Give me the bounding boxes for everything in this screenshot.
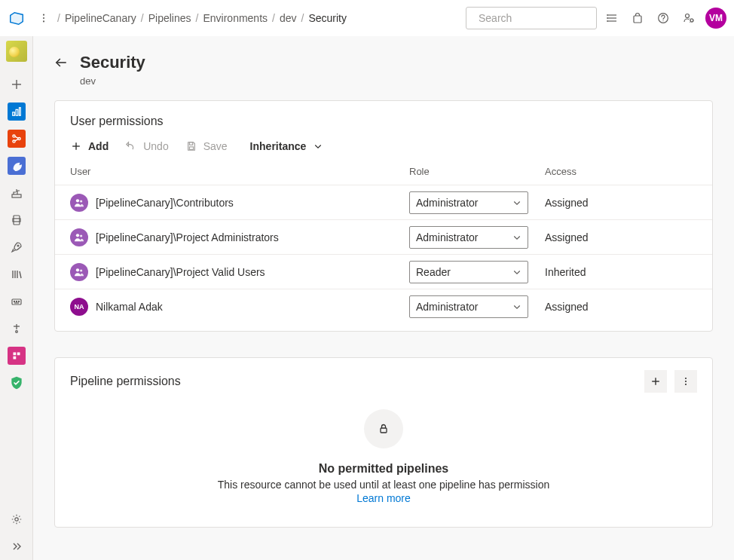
save-button: Save xyxy=(185,140,228,152)
role-select[interactable]: Administrator xyxy=(409,191,528,214)
shopping-bag-icon[interactable] xyxy=(632,12,644,24)
left-rail xyxy=(0,36,33,560)
svg-point-2 xyxy=(43,20,44,22)
crumb-security[interactable]: Security xyxy=(308,12,347,24)
more-vertical-icon xyxy=(680,376,691,387)
nav-security[interactable] xyxy=(0,369,33,396)
svg-point-14 xyxy=(686,14,690,17)
access-value: Assigned xyxy=(545,197,697,209)
svg-rect-47 xyxy=(189,142,192,145)
inheritance-dropdown[interactable]: Inheritance xyxy=(250,140,325,152)
role-value: Administrator xyxy=(416,197,478,209)
svg-line-31 xyxy=(20,271,21,278)
role-select[interactable]: Administrator xyxy=(409,226,528,249)
crumb-project[interactable]: PipelineCanary xyxy=(65,12,136,24)
azure-devops-logo[interactable] xyxy=(0,10,33,26)
add-button[interactable]: Add xyxy=(70,140,109,152)
search-input[interactable] xyxy=(477,11,612,25)
nav-add[interactable] xyxy=(0,71,33,98)
svg-point-54 xyxy=(80,269,82,271)
nav-pipelines[interactable] xyxy=(0,152,33,179)
col-role-header: Role xyxy=(409,166,545,177)
svg-rect-60 xyxy=(381,428,387,433)
role-select[interactable]: Reader xyxy=(409,261,528,283)
svg-point-35 xyxy=(18,301,19,301)
svg-point-13 xyxy=(662,20,663,21)
user-permissions-title: User permissions xyxy=(70,115,697,128)
undo-label: Undo xyxy=(143,140,168,152)
user-name: [PipelineCanary]\Project Valid Users xyxy=(96,266,265,278)
svg-rect-48 xyxy=(189,147,193,150)
plus-icon xyxy=(70,140,82,152)
user-avatar[interactable]: VM xyxy=(705,8,726,29)
role-select[interactable]: Administrator xyxy=(409,295,528,318)
lock-icon xyxy=(364,409,403,448)
nav-library[interactable] xyxy=(0,261,33,288)
svg-point-51 xyxy=(76,234,79,237)
nav-keyboard[interactable] xyxy=(0,288,33,315)
svg-point-57 xyxy=(685,378,687,379)
chevron-down-icon xyxy=(312,140,324,152)
undo-icon xyxy=(125,140,137,152)
nav-testplans[interactable] xyxy=(0,207,33,234)
svg-rect-40 xyxy=(13,353,16,356)
help-icon[interactable] xyxy=(657,12,669,24)
inheritance-label: Inheritance xyxy=(250,140,307,152)
svg-rect-19 xyxy=(16,109,18,115)
nav-tasks[interactable] xyxy=(0,315,33,342)
group-avatar-icon xyxy=(70,228,88,246)
empty-desc: This resource cannot be used until at le… xyxy=(218,479,549,491)
user-name: [PipelineCanary]\Project Administrators xyxy=(96,231,279,243)
table-row[interactable]: [PipelineCanary]\Project AdministratorsA… xyxy=(55,219,712,254)
nav-repos[interactable] xyxy=(0,125,33,152)
nav-rocket[interactable] xyxy=(0,234,33,261)
table-row[interactable]: NANilkamal AdakAdministratorAssigned xyxy=(55,289,712,323)
pipeline-permissions-card: Pipeline permissions xyxy=(54,357,713,528)
role-value: Administrator xyxy=(416,231,478,243)
nav-artifacts[interactable] xyxy=(0,179,33,207)
access-value: Assigned xyxy=(545,301,697,313)
pipeline-permissions-title: Pipeline permissions xyxy=(70,375,181,388)
svg-point-50 xyxy=(80,200,82,202)
user-avatar-icon: NA xyxy=(70,298,88,316)
list-icon[interactable] xyxy=(606,12,618,24)
svg-point-53 xyxy=(76,268,79,271)
svg-rect-25 xyxy=(14,216,20,225)
chevron-down-icon xyxy=(512,302,521,311)
save-label: Save xyxy=(203,140,228,152)
breadcrumb-sep: / xyxy=(57,12,60,24)
svg-point-0 xyxy=(43,14,44,15)
user-settings-icon[interactable] xyxy=(683,12,695,24)
crumb-dev[interactable]: dev xyxy=(280,12,297,24)
pipeline-add-button[interactable] xyxy=(644,370,667,393)
nav-boards[interactable] xyxy=(0,98,33,125)
page-subtitle: dev xyxy=(80,75,145,87)
svg-point-1 xyxy=(43,17,44,18)
chevron-down-icon xyxy=(512,198,521,207)
back-arrow-icon[interactable] xyxy=(54,56,68,69)
nav-extension[interactable] xyxy=(0,342,33,369)
pipeline-more-button[interactable] xyxy=(674,370,697,393)
svg-point-58 xyxy=(685,381,687,382)
crumb-pipelines[interactable]: Pipelines xyxy=(148,12,191,24)
more-vertical-icon[interactable] xyxy=(33,13,54,23)
group-avatar-icon xyxy=(70,263,88,281)
project-avatar[interactable] xyxy=(6,41,27,62)
svg-rect-24 xyxy=(12,194,21,197)
table-row[interactable]: [PipelineCanary]\ContributorsAdministrat… xyxy=(55,185,712,219)
nav-collapse[interactable] xyxy=(0,533,33,560)
svg-point-49 xyxy=(76,199,79,202)
search-box[interactable] xyxy=(466,7,597,29)
save-icon xyxy=(185,140,197,152)
learn-more-link[interactable]: Learn more xyxy=(356,492,411,504)
access-value: Inherited xyxy=(545,266,697,278)
table-row[interactable]: [PipelineCanary]\Project Valid UsersRead… xyxy=(55,254,712,289)
nav-settings[interactable] xyxy=(0,506,33,533)
svg-point-39 xyxy=(15,331,17,333)
svg-point-21 xyxy=(12,135,14,137)
page-title: Security xyxy=(80,53,145,72)
empty-title: No permitted pipelines xyxy=(319,462,448,476)
crumb-environments[interactable]: Environments xyxy=(203,12,268,24)
role-value: Reader xyxy=(416,266,451,278)
svg-point-27 xyxy=(17,245,19,246)
